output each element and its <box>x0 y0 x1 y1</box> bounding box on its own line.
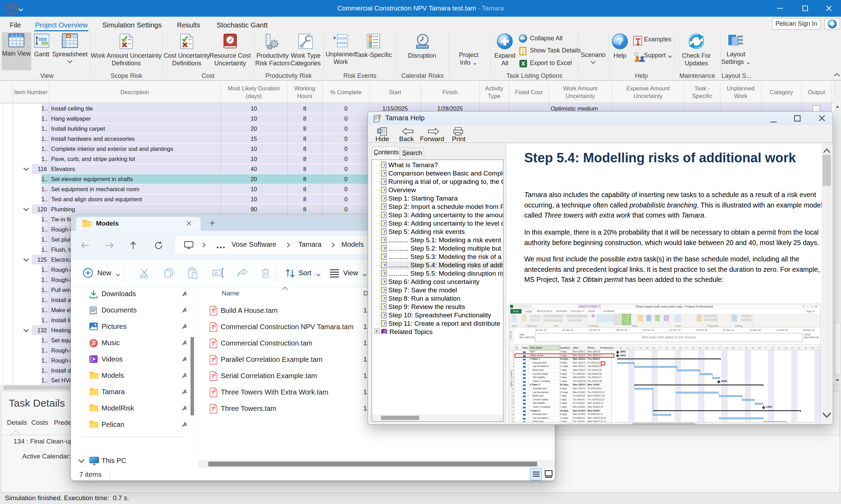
svg-text:?: ? <box>383 262 386 268</box>
svg-text:?: ? <box>617 36 623 47</box>
svg-text:?: ? <box>383 204 386 209</box>
svg-text:?: ? <box>383 304 386 309</box>
svg-text:?: ? <box>383 237 386 243</box>
svg-text:?: ? <box>383 287 386 293</box>
svg-text:?: ? <box>383 254 386 259</box>
svg-text:?: ? <box>383 312 386 318</box>
svg-text:X: X <box>521 60 525 67</box>
svg-text:?: ? <box>383 296 386 301</box>
svg-text:?: ? <box>383 162 386 168</box>
svg-text:?: ? <box>383 279 386 284</box>
svg-text:A: A <box>215 270 218 276</box>
svg-text:?: ? <box>383 246 386 251</box>
svg-text:?: ? <box>383 179 386 184</box>
svg-text:?: ? <box>383 212 386 218</box>
svg-text:?: ? <box>383 196 386 201</box>
svg-text:?: ? <box>383 271 386 276</box>
svg-text:?: ? <box>378 114 381 121</box>
svg-text:?: ? <box>383 221 386 226</box>
svg-text:?: ? <box>383 171 386 176</box>
svg-text:?: ? <box>383 229 386 234</box>
svg-text:?: ? <box>383 187 386 193</box>
svg-text:?: ? <box>383 321 386 326</box>
